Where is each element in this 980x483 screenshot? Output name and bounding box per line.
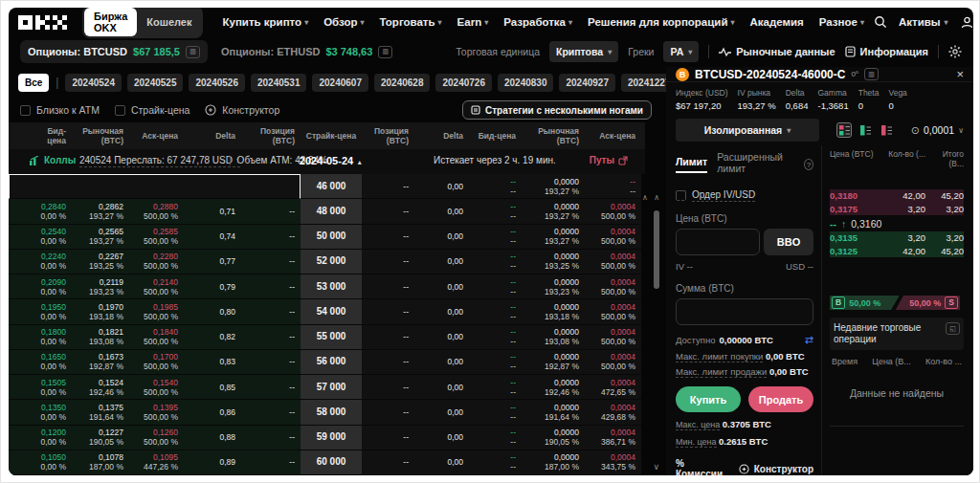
- swap-icon[interactable]: ⇄: [805, 334, 813, 346]
- multi-leg-strategies-button[interactable]: Стратегии с несколькими ногами: [462, 100, 652, 120]
- tab-limit[interactable]: Лимит: [676, 156, 707, 173]
- amount-input[interactable]: [676, 298, 813, 325]
- help-icon[interactable]: ?: [804, 159, 813, 170]
- row-check-placeholder[interactable]: [9, 199, 30, 224]
- btcusd-options-pill[interactable]: Опционы: BTCUSD $67 185,5 ▥: [20, 40, 208, 63]
- orderbook-asks-view-toggle[interactable]: [879, 122, 894, 138]
- row-checkmark-icon[interactable]: ✓: [9, 174, 30, 199]
- cell-call-bid: 0,19500,00 %: [30, 299, 72, 324]
- row-check-placeholder[interactable]: [9, 350, 30, 375]
- ask-row[interactable]: 0,318042,0045,20: [830, 189, 964, 203]
- scrollbar-thumb[interactable]: [654, 210, 659, 289]
- bid-row[interactable]: 0,312542,0045,20: [830, 245, 964, 258]
- table-row[interactable]: 0,20900,00 %0,2119193,23 %0,2140500,00 %…: [9, 274, 645, 299]
- info-link[interactable]: Информация: [845, 46, 928, 57]
- row-check-placeholder[interactable]: [9, 325, 30, 350]
- available-label: Доступно: [676, 335, 715, 345]
- tab-advanced-limit[interactable]: Расширенный лимит: [717, 151, 794, 178]
- row-check-placeholder[interactable]: [9, 225, 30, 250]
- row-check-placeholder[interactable]: [9, 299, 30, 324]
- table-row[interactable]: 0,15050,00 %0,1524192,46 %0,1540500,00 %…: [9, 375, 645, 400]
- nav-item-5[interactable]: Разработка▾: [503, 16, 572, 28]
- date-tab-20240531[interactable]: 20240531: [251, 74, 307, 92]
- price-input[interactable]: [676, 229, 760, 255]
- bbo-button[interactable]: BBO: [764, 229, 813, 255]
- tick-size-select[interactable]: ⊙0,0001∨: [911, 124, 964, 137]
- settings-gear-icon[interactable]: [948, 45, 962, 58]
- table-row[interactable]: 0,25400,00 %0,2565193,27 %0,2585500,00 %…: [9, 225, 645, 250]
- date-tab-20240927[interactable]: 20240927: [559, 74, 615, 92]
- date-tab-all[interactable]: Все: [18, 74, 49, 92]
- table-row[interactable]: 0,22400,00 %0,2267193,25 %0,2280500,00 %…: [9, 250, 645, 274]
- close-icon[interactable]: ×: [956, 67, 964, 81]
- market-data-link[interactable]: Рыночные данные: [719, 46, 835, 57]
- table-row[interactable]: 0,10500,00 %0,1078187,00 %0,1095447,26 %…: [9, 450, 645, 475]
- strike-price-checkbox[interactable]: Страйк-цена: [115, 104, 189, 116]
- bid-row[interactable]: 0,31353,203,20: [830, 231, 964, 245]
- toggle-wallet[interactable]: Кошелек: [137, 13, 201, 31]
- table-row[interactable]: 0,12000,00 %0,1227190,05 %0,1260500,00 %…: [9, 426, 645, 450]
- greeks-select[interactable]: PA▾: [663, 41, 699, 62]
- chart-panel-icon[interactable]: ▥: [186, 46, 200, 58]
- ask-row[interactable]: 0,31753,203,20: [830, 203, 964, 216]
- table-row[interactable]: 0,28400,00 %0,2862193,27 %0,2880500,00 %…: [9, 199, 645, 224]
- fees-link[interactable]: % Комиссии: [676, 458, 724, 475]
- table-row[interactable]: 0,19500,00 %0,1970193,18 %0,1985500,00 %…: [9, 299, 645, 324]
- cell-call-mark: 0,1375191,64 %: [72, 400, 129, 425]
- date-tab-20240524[interactable]: 20240524: [65, 74, 122, 92]
- row-check-placeholder[interactable]: [9, 426, 30, 450]
- date-tab-20240726[interactable]: 20240726: [435, 74, 492, 92]
- nav-item-2[interactable]: Обзор▾: [323, 16, 364, 28]
- date-tab-20240525[interactable]: 20240525: [127, 74, 184, 92]
- near-atm-checkbox[interactable]: Близко к ATM: [20, 104, 100, 116]
- okx-logo[interactable]: [18, 15, 67, 30]
- buy-button[interactable]: Купить: [676, 386, 741, 412]
- nav-item-6[interactable]: Решения для корпораций▾: [588, 16, 734, 28]
- sell-button[interactable]: Продать: [748, 386, 813, 412]
- orderbook-bids-view-toggle[interactable]: [858, 122, 873, 138]
- table-row[interactable]: 0,16500,00 %0,1673192,87 %0,1700500,00 %…: [9, 350, 645, 375]
- trading-unit-select[interactable]: Криптова▾: [549, 41, 618, 62]
- builder-link[interactable]: Конструктор: [205, 104, 279, 116]
- row-check-placeholder[interactable]: [9, 375, 30, 400]
- row-check-placeholder[interactable]: [9, 274, 30, 299]
- nav-item-8[interactable]: Разное▾: [819, 16, 864, 28]
- date-tab-20240628[interactable]: 20240628: [374, 74, 431, 92]
- table-row[interactable]: 0,13500,00 %0,1375191,64 %0,1395500,00 %…: [9, 400, 645, 425]
- vertical-scrollbar[interactable]: [652, 207, 661, 465]
- margin-mode-select[interactable]: Изолированная▾: [676, 119, 819, 142]
- expiry-date-header[interactable]: 2024-05-24 ▲: [296, 155, 367, 166]
- cell-put-bid: ----: [469, 250, 522, 274]
- expand-icon[interactable]: ◱: [946, 322, 960, 335]
- date-tab-20240526[interactable]: 20240526: [189, 74, 245, 92]
- date-tab-20240607[interactable]: 20240607: [312, 74, 368, 92]
- chart-panel-icon[interactable]: ▥: [378, 46, 392, 58]
- amount-label: Сумма (BTC): [676, 283, 813, 294]
- row-check-placeholder[interactable]: [9, 250, 30, 274]
- forward-price[interactable]: 240524 Переслать: 67 247,78 USD ↑: [79, 155, 240, 167]
- nav-item-1[interactable]: Купить крипто▾: [222, 16, 308, 28]
- orderbook-split-view-toggle[interactable]: [836, 122, 852, 138]
- order-iv-usd-checkbox[interactable]: Ордер IV/USD: [676, 189, 813, 202]
- ethusd-options-link[interactable]: Опционы: ETHUSD $3 748,63 ▥: [221, 46, 392, 58]
- scroll-down-icon[interactable]: ∨: [653, 462, 659, 472]
- table-row[interactable]: ✓0,31350,00 %0,3160193,27 %0,3175500,00 …: [9, 174, 645, 199]
- cell-put-ask: ----: [585, 174, 641, 199]
- toggle-exchange[interactable]: Биржа OKX: [84, 8, 137, 36]
- nav-item-7[interactable]: Академия: [750, 16, 804, 28]
- cell-call-ask: 0,2280500,00 %: [129, 250, 184, 274]
- builder-link[interactable]: Конструктор: [739, 464, 813, 474]
- nav-item-4[interactable]: Earn▾: [457, 16, 489, 28]
- profile-icon[interactable]: [960, 15, 973, 30]
- triangle-up-icon: ▲: [356, 159, 363, 165]
- search-icon[interactable]: [874, 15, 887, 29]
- nav-item-3[interactable]: Торговать▾: [380, 16, 442, 28]
- row-check-placeholder[interactable]: [9, 450, 30, 475]
- chart-panel-icon[interactable]: ▥: [864, 68, 879, 80]
- table-row[interactable]: 0,18000,00 %0,1821193,08 %0,1840500,00 %…: [9, 325, 645, 350]
- scroll-up-icons[interactable]: ∧ ∧: [642, 193, 661, 202]
- assets-menu[interactable]: Активы▾: [899, 16, 948, 28]
- row-check-placeholder[interactable]: [9, 400, 30, 425]
- date-tab-20240830[interactable]: 20240830: [498, 74, 554, 92]
- cell-put-delta: 0,00: [414, 426, 469, 450]
